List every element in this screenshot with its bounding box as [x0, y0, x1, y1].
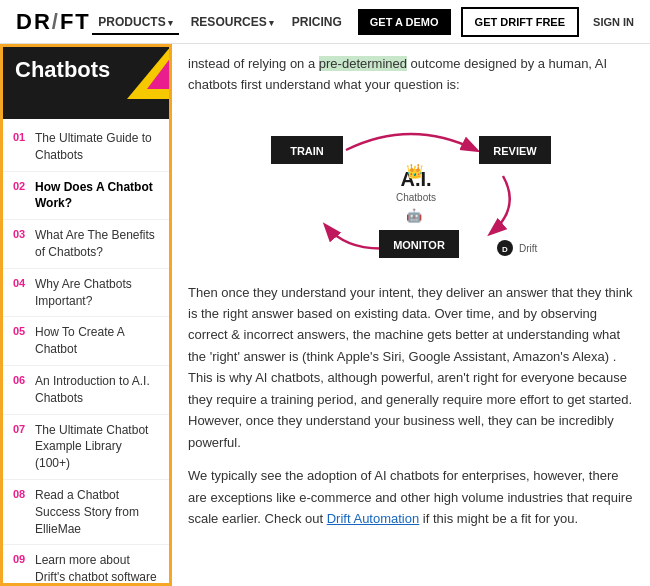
- sidebar-item-8[interactable]: 08 Read a Chatbot Success Story from Ell…: [3, 480, 169, 545]
- main-content: instead of relying on a pre-determined o…: [172, 44, 650, 586]
- sidebar-item-num: 06: [13, 374, 35, 386]
- sidebar: Chatbots 01 The Ultimate Guide to Chatbo…: [0, 44, 172, 586]
- sidebar-item-label: Learn more about Drift's chatbot softwar…: [35, 552, 157, 586]
- sidebar-item-num: 04: [13, 277, 35, 289]
- svg-text:REVIEW: REVIEW: [493, 145, 537, 157]
- main-nav: PRODUCTS▾ RESOURCES▾ PRICING GET A DEMO …: [92, 7, 634, 37]
- svg-text:🤖: 🤖: [406, 207, 423, 224]
- sidebar-item-label: How Does A Chatbot Work?: [35, 179, 157, 213]
- chevron-down-icon: ▾: [168, 18, 173, 28]
- sidebar-item-label: What Are The Benefits of Chatbots?: [35, 227, 157, 261]
- sidebar-title: Chatbots: [15, 57, 157, 83]
- sidebar-item-num: 08: [13, 488, 35, 500]
- sidebar-item-label: How To Create A Chatbot: [35, 324, 157, 358]
- sidebar-item-num: 01: [13, 131, 35, 143]
- main-layout: Chatbots 01 The Ultimate Guide to Chatbo…: [0, 44, 650, 586]
- sidebar-item-label: An Introduction to A.I. Chatbots: [35, 373, 157, 407]
- svg-text:MONITOR: MONITOR: [393, 239, 445, 251]
- sidebar-item-num: 03: [13, 228, 35, 240]
- svg-text:Drift: Drift: [519, 243, 538, 254]
- sidebar-item-num: 07: [13, 423, 35, 435]
- nav-pricing[interactable]: PRICING: [286, 11, 348, 33]
- sidebar-item-4[interactable]: 04 Why Are Chatbots Important?: [3, 269, 169, 318]
- svg-text:TRAIN: TRAIN: [290, 145, 324, 157]
- drift-automation-link[interactable]: Drift Automation: [327, 511, 420, 526]
- sidebar-item-2[interactable]: 02 How Does A Chatbot Work?: [3, 172, 169, 221]
- intro-paragraph: instead of relying on a pre-determined o…: [188, 54, 634, 96]
- site-logo[interactable]: DR/FT: [16, 9, 91, 35]
- sidebar-items-list: 01 The Ultimate Guide to Chatbots 02 How…: [3, 119, 169, 586]
- highlighted-text: pre-determined: [319, 56, 407, 71]
- sidebar-item-7[interactable]: 07 The Ultimate Chatbot Example Library …: [3, 415, 169, 480]
- svg-text:👑: 👑: [406, 163, 424, 180]
- body-paragraph-1: Then once they understand your intent, t…: [188, 282, 634, 454]
- nav-products[interactable]: PRODUCTS▾: [92, 11, 178, 33]
- ai-cycle-diagram: TRAIN REVIEW MONITOR A.I. Chatbots 👑 🤖: [251, 108, 571, 268]
- sidebar-item-num: 05: [13, 325, 35, 337]
- sidebar-item-label: The Ultimate Guide to Chatbots: [35, 130, 157, 164]
- site-header: DR/FT PRODUCTS▾ RESOURCES▾ PRICING GET A…: [0, 0, 650, 44]
- diagram-svg: TRAIN REVIEW MONITOR A.I. Chatbots 👑 🤖: [251, 108, 571, 268]
- sidebar-item-label: The Ultimate Chatbot Example Library (10…: [35, 422, 157, 472]
- sign-in-button[interactable]: SIGN IN: [593, 16, 634, 28]
- body2-after-text: if this might be a fit for you.: [419, 511, 578, 526]
- sidebar-item-6[interactable]: 06 An Introduction to A.I. Chatbots: [3, 366, 169, 415]
- sidebar-item-5[interactable]: 05 How To Create A Chatbot: [3, 317, 169, 366]
- sidebar-header: Chatbots: [3, 47, 169, 119]
- get-drift-free-button[interactable]: GET DRIFT FREE: [461, 7, 579, 37]
- get-demo-button[interactable]: GET A DEMO: [358, 9, 451, 35]
- sidebar-item-9[interactable]: 09 Learn more about Drift's chatbot soft…: [3, 545, 169, 586]
- sidebar-item-num: 02: [13, 180, 35, 192]
- svg-text:Chatbots: Chatbots: [396, 192, 436, 203]
- sidebar-item-label: Read a Chatbot Success Story from EllieM…: [35, 487, 157, 537]
- sidebar-item-1[interactable]: 01 The Ultimate Guide to Chatbots: [3, 123, 169, 172]
- sidebar-item-label: Why Are Chatbots Important?: [35, 276, 157, 310]
- sidebar-item-num: 09: [13, 553, 35, 565]
- sidebar-item-3[interactable]: 03 What Are The Benefits of Chatbots?: [3, 220, 169, 269]
- nav-resources[interactable]: RESOURCES▾: [185, 11, 280, 33]
- chevron-down-icon: ▾: [269, 18, 274, 28]
- ai-diagram-container: TRAIN REVIEW MONITOR A.I. Chatbots 👑 🤖: [188, 108, 634, 268]
- body-paragraph-2: We typically see the adoption of AI chat…: [188, 465, 634, 529]
- svg-text:D: D: [502, 245, 508, 254]
